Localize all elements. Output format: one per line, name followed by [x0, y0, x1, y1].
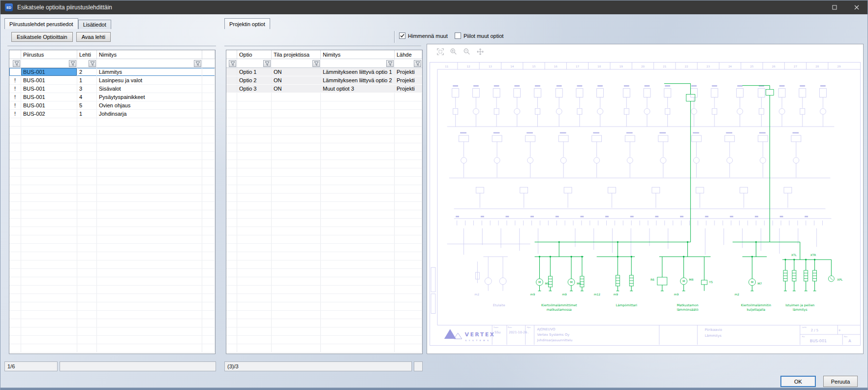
filter-button[interactable] — [386, 60, 394, 67]
table-cell[interactable]: ON — [272, 68, 321, 76]
close-button[interactable] — [845, 0, 868, 14]
table-cell[interactable]: Sisävalot — [97, 85, 202, 93]
tab-piirustuslehdet-perustiedot[interactable]: Piirustuslehdet perustiedot — [4, 18, 78, 29]
empty-cell — [226, 118, 237, 126]
empty-cell — [237, 286, 272, 293]
checkbox-box[interactable] — [455, 32, 461, 39]
empty-cell — [395, 302, 422, 310]
filter-button[interactable] — [194, 60, 201, 67]
filter-cell[interactable] — [21, 59, 77, 67]
table-row[interactable]: Optio 3ONMuut optiot 3Projekti — [226, 85, 422, 93]
open-sheet-button[interactable]: Avaa lehti — [76, 32, 111, 42]
tab-projektin-optiot[interactable]: Projektin optiot — [224, 18, 270, 29]
row-marker-cell[interactable]: ! — [9, 85, 21, 93]
cancel-button[interactable]: Peruuta — [823, 376, 858, 387]
table-cell[interactable]: BUS-001 — [21, 76, 77, 84]
row-marker-cell[interactable] — [226, 76, 237, 84]
row-marker-cell[interactable] — [226, 85, 237, 93]
table-cell[interactable]: Optio 1 — [237, 68, 272, 76]
table-row[interactable]: !BUS-0021Johdinsarja — [9, 110, 215, 118]
svg-text:Suun: Suun — [494, 326, 498, 328]
empty-row — [226, 135, 422, 143]
filter-cell[interactable] — [77, 59, 97, 67]
filter-cell[interactable] — [9, 59, 21, 67]
schematic-preview-panel[interactable]: MMMMm2m9m9m12m9m9m2M5M6R6M8Y5M7XTLXTRXPL… — [427, 44, 864, 354]
empty-cell — [226, 294, 237, 302]
table-cell[interactable]: Pysäytyspainikkeet — [97, 93, 202, 101]
filter-button[interactable] — [229, 60, 236, 67]
table-cell[interactable]: Projekti — [395, 68, 422, 76]
options-table[interactable]: OptioTila projektissaNimitysLähdeOptio 1… — [226, 50, 423, 354]
table-cell[interactable] — [202, 68, 215, 76]
table-cell[interactable]: BUS-001 — [21, 68, 77, 76]
filter-cell[interactable] — [97, 59, 202, 67]
table-row[interactable]: BUS-0012Lämmitys — [9, 68, 215, 76]
table-cell[interactable]: Lämmitykseen liittyvä optio 1 — [321, 68, 395, 76]
table-row[interactable]: !BUS-0011Lasinpesu ja valot — [9, 76, 215, 85]
table-cell[interactable]: Lämmitys — [97, 68, 202, 76]
row-marker-cell[interactable]: ! — [9, 93, 21, 101]
table-cell[interactable] — [202, 110, 215, 118]
filter-cell[interactable] — [395, 59, 422, 67]
table-cell[interactable]: Johdinsarja — [97, 110, 202, 118]
table-cell[interactable]: Optio 3 — [237, 85, 272, 93]
table-cell[interactable]: ON — [272, 85, 321, 93]
pan-icon[interactable] — [476, 47, 485, 56]
table-cell[interactable]: Lasinpesu ja valot — [97, 76, 202, 84]
row-marker-cell[interactable]: ! — [9, 76, 21, 84]
tab-lisatiedot[interactable]: Lisätiedot — [78, 20, 111, 29]
filter-cell[interactable] — [202, 59, 215, 67]
filter-cell[interactable] — [321, 59, 395, 67]
preview-by-options-button[interactable]: Esikatsele Optioittain — [11, 32, 73, 42]
sheets-table[interactable]: PiirustusLehtiNimitysBUS-0012Lämmitys!BU… — [9, 50, 216, 354]
row-marker-cell[interactable] — [226, 68, 237, 76]
table-cell[interactable] — [202, 76, 215, 84]
table-cell[interactable] — [202, 101, 215, 109]
zoom-out-icon[interactable] — [463, 47, 471, 56]
table-row[interactable]: !BUS-0014Pysäytyspainikkeet — [9, 93, 215, 101]
filter-cell[interactable] — [226, 59, 237, 67]
table-cell[interactable]: 4 — [77, 93, 97, 101]
filter-cell[interactable] — [272, 59, 321, 67]
table-cell[interactable]: Optio 2 — [237, 76, 272, 84]
table-cell[interactable]: Projekti — [395, 85, 422, 93]
table-cell[interactable]: 3 — [77, 85, 97, 93]
table-cell[interactable]: BUS-002 — [21, 110, 77, 118]
table-row[interactable]: !BUS-0013Sisävalot — [9, 85, 215, 93]
table-cell[interactable]: Muut optiot 3 — [321, 85, 395, 93]
table-cell[interactable]: Lämmitykseen liittyvä optio 2 — [321, 76, 395, 84]
filter-button[interactable] — [263, 60, 271, 67]
table-cell[interactable]: 1 — [77, 110, 97, 118]
table-cell[interactable]: Ovien ohjaus — [97, 101, 202, 109]
filter-button[interactable] — [13, 60, 20, 67]
ok-button[interactable]: OK — [780, 376, 816, 387]
dim-others-checkbox[interactable]: Himmennä muut — [399, 32, 448, 39]
row-marker-cell[interactable]: ! — [9, 101, 21, 109]
filter-button[interactable] — [89, 60, 96, 67]
table-cell[interactable]: BUS-001 — [21, 85, 77, 93]
table-cell[interactable] — [202, 93, 215, 101]
zoom-in-icon[interactable] — [449, 47, 458, 56]
table-cell[interactable]: 2 — [77, 68, 97, 76]
fit-view-icon[interactable] — [436, 47, 445, 56]
table-row[interactable]: !BUS-0015Ovien ohjaus — [9, 101, 215, 110]
table-row[interactable]: Optio 1ONLämmitykseen liittyvä optio 1Pr… — [226, 68, 422, 76]
table-row[interactable]: Optio 2ONLämmitykseen liittyvä optio 2Pr… — [226, 76, 422, 85]
empty-cell — [202, 336, 215, 344]
table-cell[interactable]: 5 — [77, 101, 97, 109]
filter-cell[interactable] — [237, 59, 272, 67]
row-marker-cell[interactable] — [9, 68, 21, 76]
table-cell[interactable] — [202, 85, 215, 93]
table-cell[interactable]: 1 — [77, 76, 97, 84]
row-marker-cell[interactable]: ! — [9, 110, 21, 118]
filter-button[interactable] — [312, 60, 320, 67]
table-cell[interactable]: ON — [272, 76, 321, 84]
filter-button[interactable] — [69, 60, 76, 67]
table-cell[interactable]: Projekti — [395, 76, 422, 84]
checkbox-box[interactable] — [399, 32, 405, 39]
table-cell[interactable]: BUS-001 — [21, 101, 77, 109]
hide-others-checkbox[interactable]: Piilot muut optiot — [455, 32, 503, 39]
maximize-button[interactable] — [823, 0, 845, 14]
table-cell[interactable]: BUS-001 — [21, 93, 77, 101]
filter-button[interactable] — [414, 60, 421, 67]
